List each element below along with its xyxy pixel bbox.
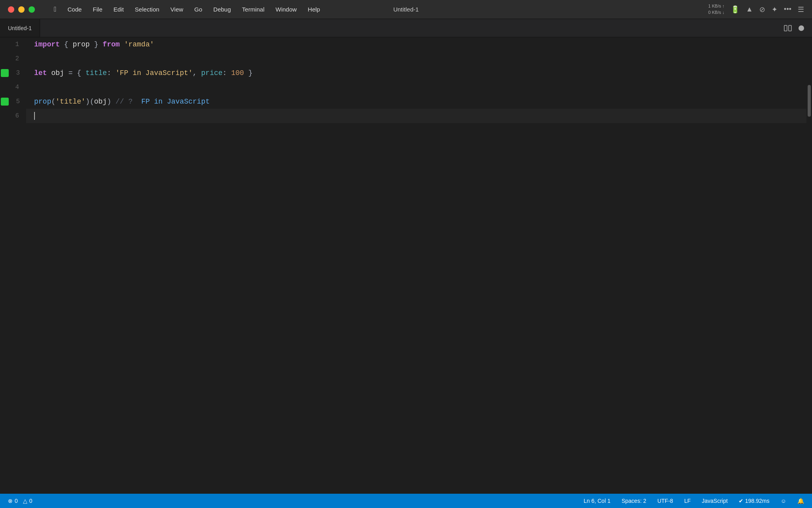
token-space-brace: { (60, 40, 73, 48)
token-colon1: : (107, 69, 116, 77)
list-icon[interactable]: ☰ (798, 5, 804, 14)
token-obj-arg: obj (94, 98, 107, 106)
close-button[interactable] (8, 6, 14, 13)
tab-filename: Untitled-1 (8, 25, 32, 31)
token-equals: = { (68, 69, 81, 77)
editor-tab-untitled1[interactable]: Untitled-1 (0, 19, 40, 37)
encoding-status[interactable]: UTF-8 (656, 497, 675, 505)
titlebar:  Code File Edit Selection View Go Debug… (0, 0, 812, 19)
token-title-arg: 'title' (56, 98, 86, 106)
menu-debug[interactable]: Debug (209, 4, 236, 14)
dot-icon (799, 25, 804, 31)
gutter-row-1: 1 (0, 37, 26, 52)
spaces-label: Spaces: 2 (622, 498, 646, 504)
menu-bar:  Code File Edit Selection View Go Debug… (49, 4, 325, 15)
titlebar-right: 1 KB/s ↑ 0 KB/s ↓ 🔋 ▲ ⊘ ✦ ••• ☰ (708, 3, 804, 15)
menu-file[interactable]: File (88, 4, 107, 14)
token-result: FP in JavaScript (141, 98, 210, 106)
token-comment-slashes: // (111, 98, 128, 106)
encoding-label: UTF-8 (657, 498, 673, 504)
split-editor-icon[interactable] (783, 24, 792, 33)
eol-status[interactable]: LF (683, 497, 692, 505)
maximize-button[interactable] (29, 6, 35, 13)
gutter-row-6: 6 (0, 109, 26, 123)
language-label: JavaScript (702, 498, 728, 504)
svg-rect-1 (789, 25, 791, 31)
menu-code[interactable]: Code (63, 4, 86, 14)
menu-terminal[interactable]: Terminal (237, 4, 269, 14)
menu-go[interactable]: Go (190, 4, 207, 14)
circle-dot-icon[interactable] (797, 24, 806, 33)
line-number-1: 1 (8, 41, 25, 48)
cursor (34, 112, 35, 120)
token-space (120, 40, 124, 48)
tab-bar: Untitled-1 (0, 19, 812, 37)
battery-icon: 🔋 (731, 5, 739, 14)
code-line-2 (26, 52, 806, 66)
code-line-6 (26, 109, 806, 123)
scrollbar-thumb[interactable] (808, 85, 811, 117)
menu-selection[interactable]: Selection (130, 4, 164, 14)
timing-label: ✔ 198.92ms (739, 498, 769, 504)
cursor-icon: ✦ (772, 5, 778, 14)
token-prop-var: prop (73, 40, 90, 48)
token-close-obj: } (244, 69, 253, 77)
error-icon: ⊗ (8, 498, 13, 504)
line-number-6: 6 (8, 112, 25, 119)
code-line-4 (26, 80, 806, 94)
status-right: Ln 6, Col 1 Spaces: 2 UTF-8 LF JavaScrip… (582, 497, 806, 505)
code-line-1: import { prop } from 'ramda' (26, 37, 806, 52)
wifi-icon: ▲ (746, 5, 753, 13)
token-prop-fn: prop (34, 98, 51, 106)
token-import: import (34, 40, 60, 48)
errors-status[interactable]: ⊗ 0 △ 0 (6, 497, 34, 505)
spaces-status[interactable]: Spaces: 2 (620, 497, 648, 505)
token-title-key: title (81, 69, 107, 77)
code-line-3: let obj = { title : 'FP in JavaScript' ,… (26, 66, 806, 80)
feedback-icon[interactable]: ☺ (779, 497, 788, 505)
token-question: ? (128, 98, 133, 106)
line-number-3: 3 (9, 69, 26, 77)
more-icon[interactable]: ••• (784, 5, 791, 13)
titlebar-left:  Code File Edit Selection View Go Debug… (8, 4, 325, 15)
scrollbar[interactable] (806, 37, 812, 494)
traffic-lights (8, 6, 35, 13)
smiley-icon: ☺ (781, 498, 786, 504)
apple-menu[interactable]:  (49, 4, 61, 15)
gutter-row-3: 3 (0, 66, 26, 80)
menu-edit[interactable]: Edit (109, 4, 128, 14)
minimize-button[interactable] (18, 6, 25, 13)
token-colon2: : (222, 69, 231, 77)
menu-view[interactable]: View (166, 4, 188, 14)
editor-area: 1 2 3 4 5 6 import { (0, 37, 812, 494)
breakpoint-dot-5[interactable] (1, 98, 9, 106)
token-ramda-str: 'ramda' (124, 40, 154, 48)
window-title: Untitled-1 (393, 6, 419, 13)
token-paren3: ) (107, 98, 111, 106)
svg-rect-0 (784, 25, 787, 31)
status-bar: ⊗ 0 △ 0 Ln 6, Col 1 Spaces: 2 UTF-8 LF J… (0, 494, 812, 508)
line-number-2: 2 (8, 55, 25, 62)
status-left: ⊗ 0 △ 0 (6, 497, 34, 505)
breakpoint-dot-3[interactable] (1, 69, 9, 77)
token-comma1: , (193, 69, 201, 77)
menu-window[interactable]: Window (271, 4, 301, 14)
code-line-5: prop ( 'title' )( obj ) // ? FP in JavaS… (26, 94, 806, 109)
timing-status[interactable]: ✔ 198.92ms (737, 497, 771, 505)
code-editor[interactable]: import { prop } from 'ramda' let obj = {… (26, 37, 806, 494)
menu-help[interactable]: Help (303, 4, 325, 14)
bell-glyph: 🔔 (797, 498, 804, 504)
gutter-row-5: 5 (0, 94, 26, 109)
bell-icon[interactable]: 🔔 (796, 497, 806, 505)
token-title-val: 'FP in JavaScript' (115, 69, 192, 77)
cursor-position: Ln 6, Col 1 (584, 498, 611, 504)
gutter-row-2: 2 (0, 52, 26, 66)
language-status[interactable]: JavaScript (700, 497, 729, 505)
gutter-row-4: 4 (0, 80, 26, 94)
token-obj-var: obj (47, 69, 68, 77)
token-price-key: price (201, 69, 222, 77)
token-close-brace: } (90, 40, 102, 48)
token-from: from (103, 40, 120, 48)
line-number-5: 5 (9, 98, 26, 105)
cursor-position-status[interactable]: Ln 6, Col 1 (582, 497, 612, 505)
